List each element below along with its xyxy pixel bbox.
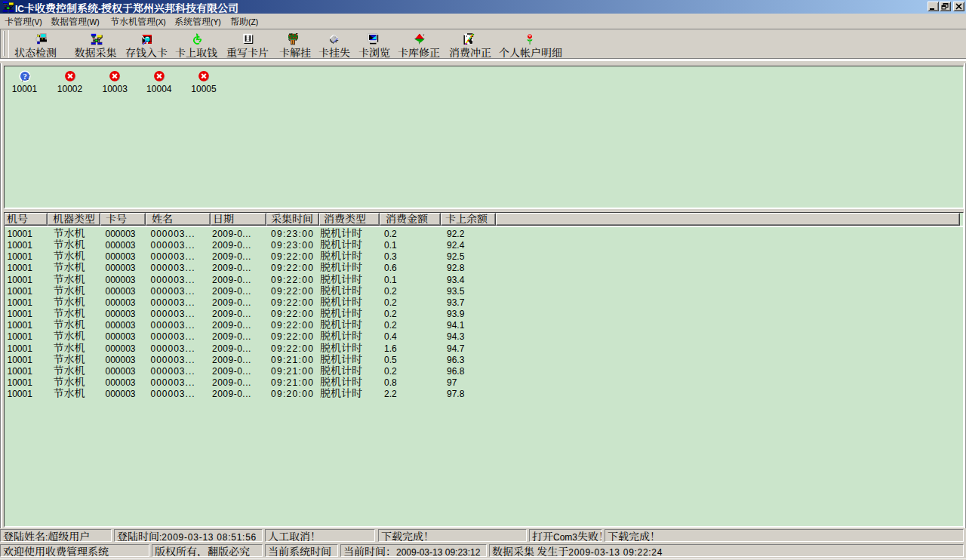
svg-text:?: ?: [23, 72, 26, 80]
